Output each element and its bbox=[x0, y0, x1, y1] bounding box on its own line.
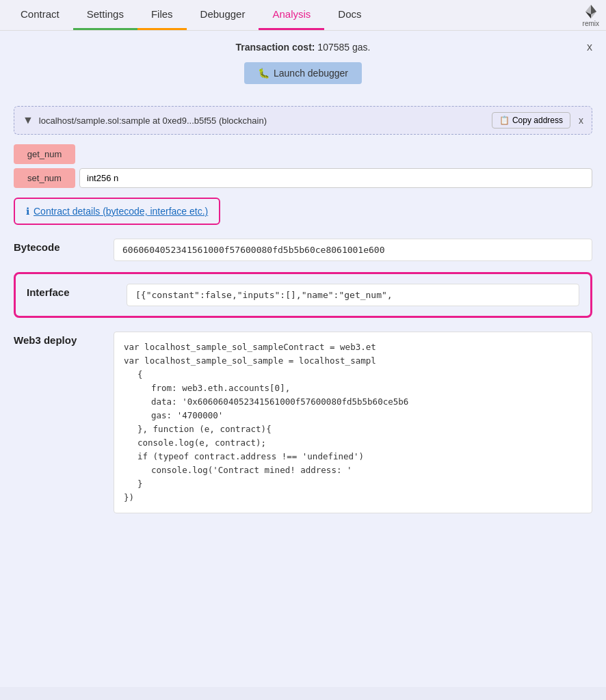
debugger-icon: 🐛 bbox=[258, 68, 269, 79]
web3-deploy-code: var localhost_sample_sol_sampleContract … bbox=[114, 332, 592, 513]
code-line-9: if (typeof contract.address !== 'undefin… bbox=[124, 450, 582, 463]
address-close-button[interactable]: x bbox=[579, 115, 583, 126]
contract-details-link[interactable]: Contract details (bytecode, interface et… bbox=[34, 206, 208, 217]
transaction-cost-text: Transaction cost: 107585 gas. bbox=[236, 42, 371, 53]
bytecode-section: Bytecode 6060604052341561000f57600080fd5… bbox=[14, 239, 592, 261]
tab-debugger[interactable]: Debugger bbox=[187, 0, 259, 30]
remix-label: remix bbox=[583, 20, 599, 27]
function-row-get-num: get_num bbox=[14, 144, 592, 164]
code-line-1: var localhost_sample_sol_sampleContract … bbox=[124, 340, 582, 354]
tab-contract[interactable]: Contract bbox=[7, 0, 73, 30]
bytecode-label: Bytecode bbox=[14, 239, 103, 253]
remix-logo: remix bbox=[583, 3, 599, 27]
web3-deploy-section: Web3 deploy var localhost_sample_sol_sam… bbox=[14, 332, 592, 513]
tab-docs[interactable]: Docs bbox=[324, 0, 375, 30]
contract-details-box[interactable]: ℹ Contract details (bytecode, interface … bbox=[14, 198, 220, 225]
set-num-input[interactable] bbox=[79, 168, 592, 188]
copy-icon: 📋 bbox=[499, 116, 510, 125]
code-line-3: { bbox=[124, 368, 582, 381]
tab-settings[interactable]: Settings bbox=[73, 0, 137, 30]
get-num-button[interactable]: get_num bbox=[14, 144, 75, 164]
launch-debugger-button[interactable]: 🐛 Launch debugger bbox=[244, 62, 362, 84]
main-content: Transaction cost: 107585 gas. x 🐛 Launch… bbox=[0, 31, 606, 687]
code-line-7: }, function (e, contract){ bbox=[124, 422, 582, 436]
code-line-11: } bbox=[124, 477, 582, 491]
address-dropdown-arrow[interactable]: ▼ bbox=[23, 114, 34, 126]
code-line-6: gas: '4700000' bbox=[124, 409, 582, 422]
code-line-8: console.log(e, contract); bbox=[124, 436, 582, 450]
code-line-4: from: web3.eth.accounts[0], bbox=[124, 381, 582, 395]
interface-label: Interface bbox=[27, 284, 116, 298]
address-text: localhost/sample.sol:sample at 0xed9...b… bbox=[39, 116, 486, 126]
transaction-cost-bar: Transaction cost: 107585 gas. x bbox=[14, 42, 592, 53]
set-num-button[interactable]: set_num bbox=[14, 168, 75, 188]
tab-files[interactable]: Files bbox=[137, 0, 187, 30]
functions-section: get_num set_num bbox=[14, 144, 592, 188]
code-line-2: var localhost_sample_sol_sample = localh… bbox=[124, 354, 582, 368]
web3-deploy-label: Web3 deploy bbox=[14, 332, 103, 346]
interface-section: Interface [{"constant":false,"inputs":[]… bbox=[14, 272, 592, 318]
interface-value[interactable]: [{"constant":false,"inputs":[],"name":"g… bbox=[127, 284, 579, 306]
contract-address-bar: ▼ localhost/sample.sol:sample at 0xed9..… bbox=[14, 106, 592, 135]
nav-tabs: Contract Settings Files Debugger Analysi… bbox=[0, 0, 606, 31]
info-icon: ℹ bbox=[26, 206, 29, 217]
function-row-set-num: set_num bbox=[14, 168, 592, 188]
copy-address-button[interactable]: 📋 Copy address bbox=[492, 112, 570, 129]
tab-analysis[interactable]: Analysis bbox=[259, 0, 324, 30]
code-line-12: }) bbox=[124, 491, 582, 504]
code-line-10: console.log('Contract mined! address: ' bbox=[124, 463, 582, 477]
code-line-5: data: '0x6060604052341561000f57600080fd5… bbox=[124, 395, 582, 409]
bytecode-value[interactable]: 6060604052341561000f57600080fd5b5b60ce80… bbox=[114, 239, 592, 261]
svg-marker-1 bbox=[591, 5, 596, 14]
close-transaction-cost[interactable]: x bbox=[587, 41, 592, 53]
